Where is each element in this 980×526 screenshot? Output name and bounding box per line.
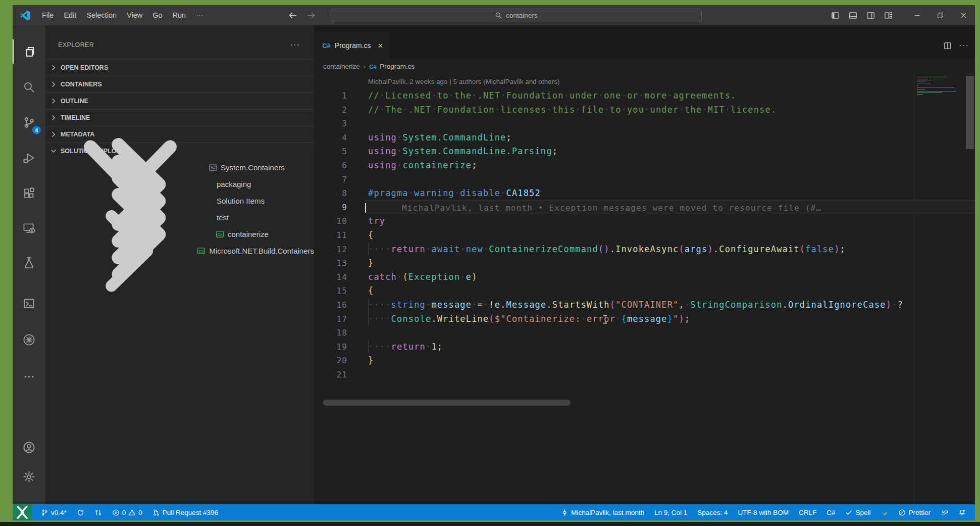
feedback-icon [941, 509, 948, 516]
breadcrumb: containerize › C# Program.cs [314, 59, 975, 74]
beaker-icon [23, 256, 35, 268]
tab-program-cs[interactable]: C# Program.cs × [314, 32, 391, 59]
breadcrumb-folder[interactable]: containerize [323, 63, 360, 70]
code-line-11[interactable]: 11{ [314, 228, 975, 243]
section-open-editors[interactable]: OPEN EDITORS [45, 59, 314, 76]
history-back-button[interactable] [288, 11, 297, 20]
pull-request-icon [152, 509, 160, 516]
vscode-window: FileEditSelectionViewGoRun··· containers… [13, 5, 975, 520]
restore-button[interactable] [929, 5, 952, 25]
code-line-17[interactable]: 17····Console.WriteLine($"Containerize:·… [314, 312, 975, 326]
status-eol[interactable]: CRLF [795, 506, 820, 519]
breadcrumb-separator-icon: › [364, 63, 366, 70]
status-indentation[interactable]: Spaces: 4 [693, 506, 732, 519]
customize-layout-button[interactable] [880, 5, 897, 25]
horizontal-scrollbar[interactable] [323, 400, 571, 406]
code-line-3[interactable]: 3 [314, 117, 975, 131]
breadcrumb-file[interactable]: Program.cs [380, 63, 415, 70]
code-line-12[interactable]: 12····return·await·new·ContainerizeComma… [314, 243, 975, 257]
section-containers[interactable]: CONTAINERS [45, 76, 314, 92]
code-line-6[interactable]: 6using·containerize; [314, 159, 975, 173]
status-sync[interactable] [73, 506, 88, 519]
menu-item-edit[interactable]: Edit [59, 9, 81, 21]
vertical-scrollbar[interactable] [965, 74, 975, 504]
status-feedback[interactable] [937, 506, 952, 519]
code-line-7[interactable]: 7 [314, 173, 975, 187]
activity-item-compass[interactable] [13, 327, 45, 352]
scrollbar-thumb[interactable] [966, 76, 974, 149]
code-line-15[interactable]: 15{ [314, 284, 975, 298]
gutter-line-number: 9 [314, 201, 365, 215]
account-icon [23, 441, 35, 454]
activity-item-more-views[interactable] [13, 364, 45, 389]
remote-indicator[interactable] [13, 504, 32, 520]
code-line-8[interactable]: 8#pragma·warning·disable·CA1852 [314, 186, 975, 201]
toggle-panel-button[interactable] [844, 5, 862, 25]
code-line-21[interactable]: 21 [314, 368, 975, 382]
toggle-primary-sidebar-button[interactable] [827, 5, 844, 25]
code-line-20[interactable]: 20} [314, 354, 975, 368]
editor-more-actions-button[interactable]: ··· [959, 40, 969, 51]
status-cursor-position[interactable]: Ln 9, Col 1 [650, 506, 691, 519]
status-compare-changes[interactable] [90, 506, 106, 519]
status-encoding[interactable]: UTF-8 with BOM [734, 506, 793, 519]
code-line-16[interactable]: 16····string·message·=·!e.Message.Starts… [314, 298, 975, 312]
menu-item-view[interactable]: View [122, 9, 147, 21]
status-blame-commit[interactable]: MichalPavlik, last month [557, 506, 648, 519]
svg-text:C#: C# [199, 249, 204, 254]
code-line-9[interactable]: 9MichalPavlik, last month • Exception me… [314, 201, 975, 215]
status-branch-version[interactable]: v0.4* [37, 506, 71, 519]
code-line-14[interactable]: 14catch·(Exception·e) [314, 270, 975, 284]
activity-item-search[interactable] [13, 75, 45, 99]
close-button[interactable] [952, 5, 975, 25]
menu-item-go[interactable]: Go [147, 9, 167, 21]
sidebar-actions-button[interactable]: ··· [290, 40, 300, 50]
gutter-line-number: 6 [314, 159, 365, 173]
status-problems[interactable]: 00 [108, 506, 146, 519]
activity-item-explorer[interactable] [13, 39, 45, 64]
status-pull-request[interactable]: Pull Request #396 [148, 506, 222, 519]
status-spell-checker[interactable]: Spell [841, 506, 874, 519]
activity-item-source-control[interactable]: 4 [13, 110, 45, 134]
mouse-ibeam-cursor [603, 315, 607, 324]
code-editor[interactable]: MichalPavlik, 2 weeks ago | 5 authors (M… [314, 74, 975, 504]
menu-item-file[interactable]: File [37, 9, 59, 21]
layout-panel-icon [849, 11, 857, 20]
code-line-2[interactable]: 2//·The·.NET·Foundation·licenses·this·fi… [314, 103, 975, 117]
activity-item-run-and-debug[interactable] [13, 146, 45, 170]
status-language-mode[interactable]: C# [822, 506, 839, 519]
codelens-annotation[interactable]: MichalPavlik, 2 weeks ago | 5 authors (M… [314, 74, 975, 89]
activity-item-remote-explorer[interactable] [13, 215, 45, 240]
toggle-secondary-sidebar-button[interactable] [862, 5, 880, 25]
history-forward-button[interactable] [306, 11, 316, 20]
code-line-10[interactable]: 10try [314, 214, 975, 228]
tab-close-button[interactable]: × [378, 41, 383, 50]
minimize-button[interactable] [905, 5, 929, 25]
split-editor-button[interactable] [943, 41, 952, 50]
code-line-18[interactable]: 18 [314, 326, 975, 340]
gutter-line-number: 17 [314, 312, 365, 326]
status-prettier[interactable]: Prettier [894, 506, 935, 519]
status-notifications[interactable] [954, 506, 970, 519]
gutter-line-number: 3 [314, 117, 365, 131]
activity-item-accounts[interactable] [13, 435, 45, 459]
code-line-13[interactable]: 13} [314, 256, 975, 270]
gutter-line-number: 10 [314, 214, 365, 228]
code-line-4[interactable]: 4using·System.CommandLine; [314, 131, 975, 145]
code-line-19[interactable]: 19····return·1; [314, 340, 975, 354]
status-seedling[interactable] [876, 506, 892, 519]
activity-item-terminal[interactable] [13, 291, 45, 315]
menu-item-more[interactable]: ··· [191, 9, 209, 21]
activity-item-extensions[interactable] [13, 181, 45, 205]
tree-item-microsoft-net-build-containers[interactable]: C#Microsoft.NET.Build.Containers [45, 243, 314, 259]
minimap[interactable] [914, 74, 957, 504]
activity-item-testing[interactable] [13, 250, 45, 274]
check-icon [845, 509, 853, 516]
code-line-1[interactable]: 1//·Licensed·to·the·.NET·Foundation·unde… [314, 89, 975, 103]
activity-item-settings[interactable] [13, 464, 45, 489]
command-center[interactable]: containers [331, 9, 702, 22]
menu-item-run[interactable]: Run [168, 9, 191, 21]
code-line-5[interactable]: 5using·System.CommandLine.Parsing; [314, 145, 975, 159]
gutter-line-number: 11 [314, 228, 365, 243]
menu-item-selection[interactable]: Selection [81, 9, 122, 21]
